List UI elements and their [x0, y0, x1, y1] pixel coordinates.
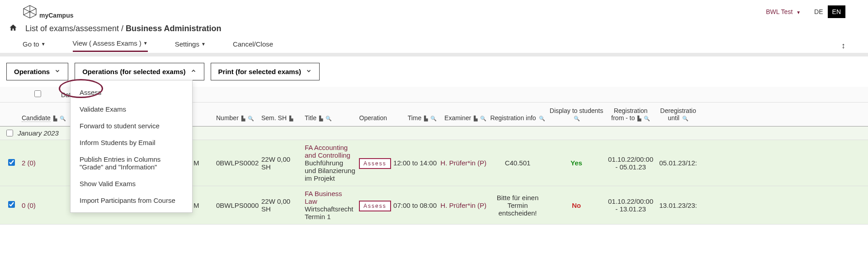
sort-icon[interactable]: ▙ [424, 116, 428, 121]
row-regperiod: 01.10.22/00:00 - 13.01.23 [606, 197, 656, 213]
expand-vertical-icon[interactable]: ↕ [841, 41, 845, 51]
search-icon[interactable]: 🔍 [682, 116, 689, 121]
svg-line-2 [30, 15, 36, 18]
row-dereg: 13.01.23/23: [656, 201, 701, 209]
row-number: 0BWLPS0002 [214, 159, 259, 167]
dropdown-publish[interactable]: Publish Entries in Columns "Grade" and "… [71, 151, 192, 175]
svg-line-3 [24, 15, 30, 18]
search-icon[interactable]: 🔍 [644, 116, 650, 121]
operations-dropdown: Assess Validate Exams Forward to student… [70, 80, 193, 213]
select-all-checkbox[interactable] [34, 90, 41, 97]
search-icon[interactable]: 🔍 [60, 116, 66, 121]
menu-cancel[interactable]: Cancel/Close [233, 40, 273, 52]
dropdown-show-valid[interactable]: Show Valid Exams [71, 175, 192, 192]
menu-goto[interactable]: Go to▼ [23, 40, 46, 52]
row-sem: 22W 0,00 SH [259, 197, 303, 213]
row-number: 0BWLPS0000 [214, 201, 259, 209]
logo[interactable]: myCampus [23, 5, 73, 19]
row-title-sub: Wirtschaftsrecht Termin 1 [305, 205, 355, 220]
row-m: M [192, 159, 214, 167]
assess-button[interactable]: Assess [359, 201, 391, 211]
language-en[interactable]: EN [828, 5, 845, 18]
dropdown-forward[interactable]: Forward to student service [71, 117, 192, 134]
caret-down-icon: ▼ [143, 41, 148, 46]
row-checkbox[interactable] [8, 159, 15, 166]
row-display: Yes [571, 159, 582, 167]
sort-icon[interactable]: ▙ [241, 116, 245, 121]
col-display[interactable]: Display to students [550, 107, 603, 114]
row-dereg: 05.01.23/12: [656, 159, 701, 167]
search-icon[interactable]: 🔍 [248, 116, 254, 121]
row-m: M [192, 201, 214, 209]
print-selected-button[interactable]: Print (for selected exams) [211, 63, 320, 80]
svg-line-6 [24, 9, 30, 12]
breadcrumb: List of exams/assessment / Business Admi… [25, 24, 221, 33]
search-icon[interactable]: 🔍 [574, 116, 580, 121]
assess-button[interactable]: Assess [359, 158, 391, 169]
col-examiner[interactable]: Examiner [444, 114, 471, 122]
examiner-link[interactable]: H. Prüfer*in (P) [440, 159, 486, 167]
dropdown-assess[interactable]: Assess [71, 84, 192, 101]
dropdown-validate[interactable]: Validate Exams [71, 101, 192, 117]
row-reginfo: Bitte für einen Termin entscheiden! [488, 194, 547, 217]
sort-icon[interactable]: ▙ [53, 116, 57, 121]
sort-icon[interactable]: ▙ [319, 116, 323, 121]
dropdown-inform[interactable]: Inform Students by Email [71, 134, 192, 151]
operations-selected-button[interactable]: Operations (for selected exams) [75, 63, 204, 80]
language-de[interactable]: DE [810, 5, 827, 18]
row-title-main[interactable]: FA Business Law [305, 190, 355, 205]
examiner-link[interactable]: H. Prüfer*in (P) [440, 201, 486, 209]
caret-down-icon: ▼ [41, 42, 46, 47]
group-checkbox[interactable] [6, 130, 13, 136]
menu-settings[interactable]: Settings▼ [175, 40, 206, 52]
col-candidates[interactable]: Candidate [22, 114, 51, 122]
row-reginfo: C40.501 [488, 159, 547, 167]
svg-line-5 [24, 5, 30, 9]
caret-down-icon: ▼ [201, 42, 206, 47]
col-regperiod[interactable]: Registration from - to [611, 107, 647, 122]
search-icon[interactable]: 🔍 [480, 116, 486, 121]
col-time[interactable]: Time [408, 114, 422, 122]
sort-icon[interactable]: ▙ [637, 116, 641, 121]
user-menu[interactable]: BWL Test ▼ [766, 8, 801, 15]
col-number[interactable]: Number [216, 114, 239, 122]
home-icon[interactable] [9, 23, 17, 34]
search-icon[interactable]: 🔍 [539, 116, 545, 121]
chevron-up-icon [190, 68, 197, 75]
row-display: No [572, 201, 581, 209]
operations-button[interactable]: Operations [6, 63, 68, 80]
candidates-link[interactable]: 0 (0) [22, 201, 36, 209]
row-time: 12:00 to 14:00 [389, 159, 439, 167]
row-title-main[interactable]: FA Accounting and Controlling [305, 144, 355, 159]
sort-icon[interactable]: ▙ [474, 116, 477, 121]
col-sem[interactable]: Sem. SH [261, 114, 287, 122]
svg-line-0 [30, 5, 36, 9]
logo-text: myCampus [39, 12, 73, 19]
svg-line-11 [30, 12, 36, 15]
cube-icon [23, 5, 37, 19]
svg-line-7 [30, 9, 36, 12]
caret-down-icon: ▼ [796, 10, 801, 15]
menu-view[interactable]: View ( Assess Exams )▼ [73, 39, 148, 52]
candidates-link[interactable]: 2 (0) [22, 159, 36, 167]
row-title-sub: Buchführung und Bilanzierung im Projekt [305, 159, 355, 182]
dropdown-import[interactable]: Import Participants from Course [71, 192, 192, 209]
search-icon[interactable]: 🔍 [326, 116, 332, 121]
col-operation[interactable]: Operation [359, 114, 387, 122]
row-sem: 22W 0,00 SH [259, 155, 303, 171]
col-title[interactable]: Title [305, 114, 316, 122]
svg-line-10 [24, 12, 30, 15]
col-dereg[interactable]: Deregistratio until [660, 107, 696, 122]
sort-icon[interactable]: ▙ [289, 116, 293, 121]
chevron-down-icon [306, 68, 312, 75]
chevron-down-icon [54, 68, 61, 75]
row-regperiod: 01.10.22/00:00 - 05.01.23 [606, 155, 656, 171]
search-icon[interactable]: 🔍 [430, 116, 437, 121]
row-time: 07:00 to 08:00 [389, 201, 439, 209]
col-reginfo[interactable]: Registration info [490, 114, 536, 122]
row-checkbox[interactable] [8, 201, 15, 208]
